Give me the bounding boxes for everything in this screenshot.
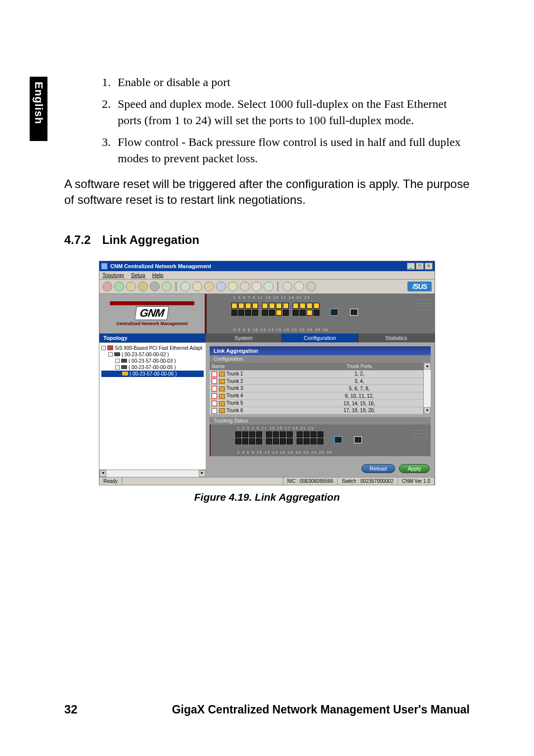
port-icon[interactable] [269, 303, 275, 309]
toolbar-icon[interactable] [126, 282, 136, 291]
toolbar-icon[interactable] [240, 282, 250, 291]
table-row[interactable]: Trunk 513, 14, 15, 16, [210, 400, 423, 407]
maximize-button[interactable]: □ [416, 263, 424, 270]
table-row[interactable]: Trunk 23, 4, [210, 378, 423, 385]
uplink-port-icon[interactable] [350, 309, 358, 316]
scroll-right-icon[interactable]: ► [199, 470, 206, 477]
toolbar-icon[interactable] [306, 282, 316, 291]
port-icon[interactable] [245, 303, 251, 309]
port-icon[interactable] [313, 303, 319, 309]
checkbox-icon[interactable] [212, 401, 217, 406]
port-icon[interactable] [317, 431, 323, 437]
port-icon[interactable] [280, 438, 286, 444]
port-icon[interactable] [313, 310, 319, 316]
port-icon[interactable] [256, 431, 262, 437]
vertical-scrollbar[interactable]: ▲ ▼ [423, 363, 431, 414]
toolbar-icon[interactable] [282, 282, 292, 291]
menu-help[interactable]: Help [152, 272, 164, 278]
reload-button[interactable]: Reload [361, 464, 396, 473]
port-icon[interactable] [273, 438, 279, 444]
port-icon[interactable] [231, 310, 237, 316]
toolbar-icon[interactable] [252, 282, 262, 291]
horizontal-scrollbar[interactable]: ◄ ► [99, 470, 206, 477]
port-icon[interactable] [311, 438, 316, 444]
table-row[interactable]: Trunk 49, 10, 11, 12, [210, 392, 423, 400]
scroll-left-icon[interactable]: ◄ [99, 470, 106, 477]
port-icon[interactable] [252, 303, 258, 309]
port-icon[interactable] [262, 310, 268, 316]
port-icon[interactable] [276, 303, 282, 309]
port-icon[interactable] [297, 438, 303, 444]
tree-node-selected[interactable]: ( 00-23-57-00-00-06 ) [101, 371, 204, 377]
titlebar[interactable]: CNM Centralized Network Management _ □ × [99, 261, 435, 271]
port-icon[interactable] [276, 310, 282, 316]
toolbar-icon[interactable] [114, 282, 124, 291]
port-icon[interactable] [231, 303, 237, 309]
tab-statistics[interactable]: Statistics [358, 333, 435, 342]
port-icon[interactable] [269, 310, 275, 316]
port-icon[interactable] [262, 303, 268, 309]
uplink-port-icon[interactable] [334, 436, 342, 443]
minimize-button[interactable]: _ [407, 263, 415, 270]
port-icon[interactable] [273, 431, 279, 437]
port-icon[interactable] [283, 310, 289, 316]
tree-root[interactable]: -SiS 900-Based PCI Fast Ethernet Adapt [101, 345, 204, 351]
toolbar-icon[interactable] [192, 282, 202, 291]
port-icon[interactable] [249, 431, 255, 437]
checkbox-icon[interactable] [212, 408, 217, 414]
menu-setup[interactable]: Setup [131, 272, 145, 278]
scroll-down-icon[interactable]: ▼ [424, 407, 431, 414]
port-icon[interactable] [280, 431, 286, 437]
port-icon[interactable] [242, 431, 248, 437]
port-icon[interactable] [283, 303, 289, 309]
tab-system[interactable]: System [206, 333, 282, 342]
port-icon[interactable] [235, 438, 241, 444]
port-icon[interactable] [252, 310, 258, 316]
port-icon[interactable] [300, 310, 306, 316]
toolbar-icon[interactable] [264, 282, 273, 291]
toolbar-icon[interactable] [138, 282, 148, 291]
port-icon[interactable] [300, 303, 306, 309]
table-row[interactable]: Trunk 617, 18, 19, 20, [210, 407, 423, 414]
checkbox-icon[interactable] [212, 378, 217, 384]
port-icon[interactable] [238, 310, 244, 316]
port-icon[interactable] [293, 310, 299, 316]
toolbar-icon[interactable] [150, 282, 160, 291]
col-name[interactable]: Name [210, 363, 295, 371]
port-icon[interactable] [249, 438, 255, 444]
scroll-up-icon[interactable]: ▲ [424, 363, 431, 370]
close-button[interactable]: × [425, 263, 433, 270]
port-icon[interactable] [266, 438, 272, 444]
toolbar-icon[interactable] [228, 282, 238, 291]
tab-configuration[interactable]: Configuration [282, 333, 358, 342]
uplink-port-icon[interactable] [330, 309, 338, 316]
port-icon[interactable] [304, 431, 310, 437]
port-icon[interactable] [293, 303, 299, 309]
toolbar-icon[interactable] [102, 282, 112, 291]
toolbar-icon[interactable] [294, 282, 304, 291]
toolbar-icon[interactable] [216, 282, 226, 291]
port-icon[interactable] [297, 431, 303, 437]
table-row[interactable]: Trunk 11, 2, [210, 370, 423, 378]
checkbox-icon[interactable] [212, 372, 217, 377]
port-icon[interactable] [235, 431, 241, 437]
port-icon[interactable] [307, 303, 312, 309]
tree-node[interactable]: -( 00-23-57-00-00-03 ) [101, 358, 204, 364]
menu-topology[interactable]: Topology [102, 272, 124, 278]
tree-node[interactable]: -( 00-23-57-00-00-02 ) [101, 351, 204, 358]
table-row[interactable]: Trunk 35, 6, 7, 8, [210, 385, 423, 392]
toolbar-icon[interactable] [204, 282, 214, 291]
checkbox-icon[interactable] [212, 393, 217, 399]
device-tree[interactable]: -SiS 900-Based PCI Fast Ethernet Adapt -… [99, 342, 206, 470]
apply-button[interactable]: Apply [399, 464, 430, 473]
uplink-port-icon[interactable] [354, 436, 362, 443]
port-icon[interactable] [304, 438, 310, 444]
toolbar-icon[interactable] [180, 282, 190, 291]
col-ports[interactable]: Trunk Ports [295, 363, 423, 371]
port-icon[interactable] [266, 431, 272, 437]
tree-node[interactable]: -( 00-23-57-00-00-05 ) [101, 364, 204, 371]
port-icon[interactable] [317, 438, 323, 444]
checkbox-icon[interactable] [212, 386, 217, 391]
port-icon[interactable] [287, 431, 293, 437]
port-icon[interactable] [256, 438, 262, 444]
